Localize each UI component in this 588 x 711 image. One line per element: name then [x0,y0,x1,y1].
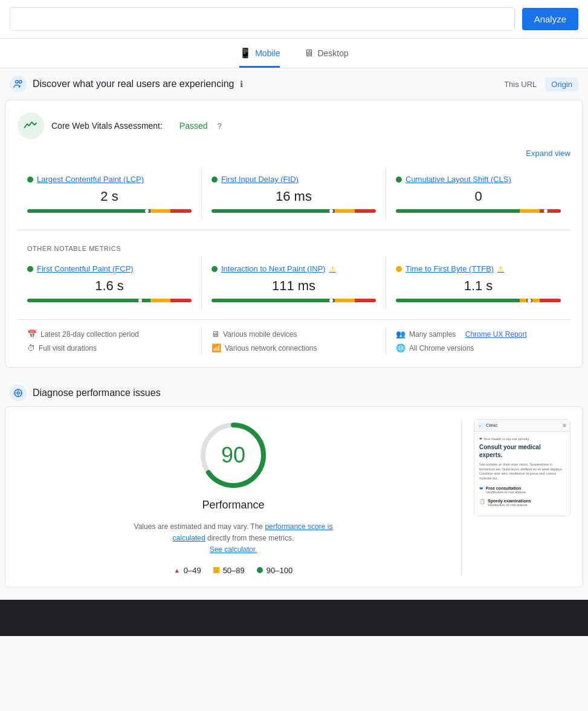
legend-triangle-icon: ▲ [174,567,180,574]
diagnose-icon [10,385,27,401]
fcp-bar-green [27,299,150,302]
feature2-icon: 📋 [479,499,485,504]
fid-bar-red [355,209,376,213]
other-metrics-label: OTHER NOTABLE METRICS [18,240,570,257]
preview-logo: + Clinic [478,423,498,429]
this-url-button[interactable]: This URL [499,77,541,91]
info-visit-dur: ⏱ Full visit durations [27,343,192,352]
fcp-bar-red [170,299,192,302]
clinic-preview: + Clinic ≡ ❤ Your health is top our prio… [474,419,570,516]
feature1-icon: ❤ [479,486,483,492]
ttfb-bar [396,299,561,302]
lcp-bar-red [170,209,192,213]
url-toggle-group: This URL Origin [499,77,578,91]
lcp-value: 2 s [27,189,192,204]
fcp-label[interactable]: First Contentful Paint (FCP) [27,264,192,273]
inp-bar [212,299,376,302]
preview-header: + Clinic ≡ [474,420,570,432]
svg-point-1 [19,80,22,83]
users-icon: 👥 [396,330,405,339]
preview-body: ❤ Your health is top our priority Consul… [474,432,570,516]
cwv-status: Passed [179,121,208,131]
diagnose-title: Diagnose performance issues [33,388,161,398]
ttfb-value: 1.1 s [396,278,561,294]
see-calculator-link[interactable]: See calculator. [210,545,257,554]
fid-bar [212,209,376,213]
info-chrome: 🌐 All Chrome versions [396,343,561,352]
fcp-bar-marker [137,299,143,302]
timer-icon: ⏱ [27,343,35,352]
cls-bar [396,209,561,213]
svg-point-2 [17,392,19,394]
inp-bar-marker [328,299,334,302]
crux-icon [10,76,27,93]
lcp-bar-green [27,209,150,213]
lcp-label[interactable]: Largest Contentful Paint (LCP) [27,175,192,184]
mobile-icon: 📱 [239,47,251,59]
other-metrics-grid: First Contentful Paint (FCP) 1.6 s Inter… [18,257,570,310]
url-input[interactable]: https://gpsites.co/clinic/ [10,7,515,31]
origin-button[interactable]: Origin [545,77,578,91]
info-mobile-devices: 🖥 Various mobile devices [212,330,376,339]
metric-inp: Interaction to Next Paint (INP) ⚠ 111 ms [202,257,386,310]
fid-bar-green [212,209,335,213]
main-metrics-grid: Largest Contentful Paint (LCP) 2 s First… [18,167,570,220]
preview-title: Consult your medical experts. [479,443,565,459]
performance-panel: 90 Performance Values are estimated and … [5,406,583,588]
cls-bar-green [396,209,520,213]
tab-mobile[interactable]: 📱 Mobile [239,47,280,68]
cls-label[interactable]: Cumulative Layout Shift (CLS) [396,175,561,184]
cwv-help-icon[interactable]: ? [218,122,222,131]
preview-feature1: ❤ Free consultation Vestibulum id nisl a… [479,486,565,495]
fid-label[interactable]: First Input Delay (FID) [212,175,376,184]
cls-bar-marker [543,209,549,213]
cwv-header: Core Web Vitals Assessment: Passed ? [18,112,570,139]
chrome-ux-report-link[interactable]: Chrome UX Report [465,330,527,339]
panel-divider [461,419,462,575]
lcp-dot [27,177,33,183]
ttfb-bar-red [540,299,561,302]
metric-fcp: First Contentful Paint (FCP) 1.6 s [18,257,202,310]
legend-square-icon [213,567,219,573]
preview-desc: Sed sodales ac diam vitae varius. Suspen… [479,463,565,481]
info-network: 📶 Various network connections [212,343,376,352]
crux-info-icon[interactable]: ℹ [240,79,243,89]
chrome-icon: 🌐 [396,343,405,352]
preview-menu-icon: ≡ [563,422,566,429]
metric-fid: First Input Delay (FID) 16 ms [202,167,386,220]
fcp-value: 1.6 s [27,278,192,294]
clinic-preview-panel: + Clinic ≡ ❤ Your health is top our prio… [474,419,570,516]
lcp-bar-marker [144,209,150,213]
analyze-button[interactable]: Analyze [522,8,578,30]
tab-desktop[interactable]: 🖥 Desktop [304,47,348,68]
feature1-desc: Vestibulum id nisl aliquet. [486,490,526,495]
svg-point-0 [16,80,19,83]
legend-circle-icon [257,567,263,573]
inp-value: 111 ms [212,278,376,294]
performance-left: 90 Performance Values are estimated and … [18,419,449,575]
metric-ttfb: Time to First Byte (TTFB) ⚠ 1.1 s [386,257,570,310]
info-samples: 👥 Many samples Chrome UX Report [396,330,561,339]
crux-panel: Core Web Vitals Assessment: Passed ? Exp… [5,100,583,368]
cls-dot [396,177,402,183]
expand-view-button[interactable]: Expand view [18,149,570,158]
preview-feature2: 📋 Speedy examinations Vestibulum id nisl… [479,499,565,508]
fid-bar-yellow [335,209,355,213]
feature2-desc: Vestibulum id nisl aliquet. [488,503,531,508]
footer-bar [0,600,588,636]
cwv-icon [18,112,44,139]
lcp-bar [27,209,192,213]
ttfb-label[interactable]: Time to First Byte (TTFB) ⚠ [396,264,561,273]
ttfb-warning-icon: ⚠ [497,265,504,273]
inp-bar-yellow [335,299,355,302]
performance-label: Performance [202,499,264,511]
performance-score: 90 [221,443,245,468]
legend-good: 90–100 [257,566,292,575]
diagnose-section-header: Diagnose performance issues [0,375,588,406]
metric-cls: Cumulative Layout Shift (CLS) 0 [386,167,570,220]
info-col3: 👥 Many samples Chrome UX Report 🌐 All Ch… [386,327,570,355]
ttfb-bar-marker [526,299,532,302]
performance-desc: Values are estimated and may vary. The p… [124,521,342,556]
inp-label[interactable]: Interaction to Next Paint (INP) ⚠ [212,264,376,273]
ttfb-bar-green [396,299,520,302]
